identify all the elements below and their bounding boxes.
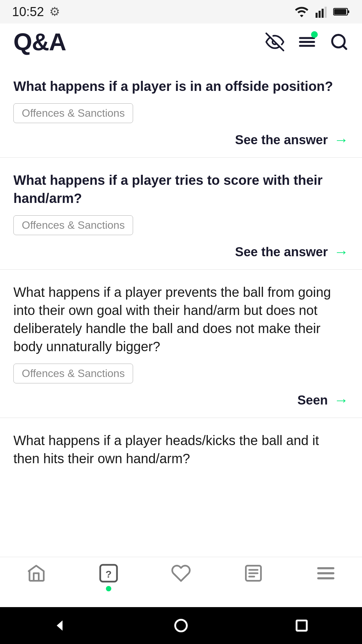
svg-rect-5: [348, 10, 349, 13]
sys-home-icon: [172, 617, 190, 634]
nav-home[interactable]: [19, 563, 53, 583]
qa-action-label-2: See the answer: [235, 245, 328, 259]
nav-qa-active-dot: [106, 586, 111, 591]
sys-recents-button[interactable]: [293, 617, 310, 634]
hide-button[interactable]: [265, 33, 284, 51]
qa-tag-3[interactable]: Offences & Sanctions: [13, 364, 133, 383]
app-header: Q&A: [0, 23, 362, 60]
search-button[interactable]: [330, 33, 349, 51]
nav-favorites[interactable]: [164, 563, 198, 583]
qa-arrow-1: →: [334, 132, 349, 147]
notes-icon: [243, 563, 263, 583]
search-icon: [330, 33, 349, 51]
battery-icon: [333, 7, 350, 17]
qa-item-4: What happens if a player heads/kicks the…: [0, 418, 362, 486]
qa-arrow-3: →: [334, 393, 349, 408]
qa-question-3: What happens if a player prevents the ba…: [13, 283, 349, 356]
qa-action-3[interactable]: Seen →: [13, 393, 349, 408]
svg-rect-1: [319, 11, 321, 18]
sys-back-button[interactable]: [52, 617, 69, 634]
qa-item-1: What happens if a player is in an offsid…: [0, 64, 362, 158]
heart-icon: [171, 563, 191, 583]
svg-text:?: ?: [106, 569, 112, 580]
svg-line-12: [343, 46, 346, 49]
gear-icon: ⚙: [49, 5, 60, 19]
qa-action-1[interactable]: See the answer →: [13, 132, 349, 147]
signal-icon: [315, 6, 327, 18]
svg-rect-0: [316, 13, 318, 18]
sys-home-button[interactable]: [172, 617, 190, 634]
svg-rect-3: [325, 7, 327, 18]
status-icons: [294, 6, 350, 18]
app-title: Q&A: [13, 28, 66, 56]
qa-action-label-1: See the answer: [235, 133, 328, 147]
wifi-icon: [294, 6, 309, 18]
qa-icon: ?: [99, 563, 119, 583]
system-nav: [0, 607, 362, 644]
filter-button[interactable]: [298, 33, 316, 51]
back-icon: [52, 617, 69, 634]
nav-notes[interactable]: [237, 563, 270, 583]
qa-item-3: What happens if a player prevents the ba…: [0, 270, 362, 418]
qa-action-2[interactable]: See the answer →: [13, 245, 349, 259]
svg-point-23: [175, 620, 187, 632]
svg-rect-24: [297, 621, 307, 631]
hide-icon: [265, 33, 284, 51]
svg-marker-22: [57, 621, 62, 631]
qa-tag-2[interactable]: Offences & Sanctions: [13, 215, 133, 235]
qa-action-label-3: Seen: [297, 393, 328, 408]
status-bar: 10:52 ⚙: [0, 0, 362, 23]
qa-question-4: What happens if a player heads/kicks the…: [13, 431, 349, 468]
qa-arrow-2: →: [334, 245, 349, 259]
svg-rect-6: [334, 9, 346, 14]
home-icon: [26, 563, 46, 583]
header-actions: [265, 33, 349, 51]
recents-icon: [293, 617, 310, 634]
qa-question-1: What happens if a player is in an offsid…: [13, 77, 349, 95]
nav-qa[interactable]: ?: [92, 563, 125, 591]
nav-menu[interactable]: [309, 563, 343, 583]
filter-notification-dot: [311, 31, 318, 38]
qa-item-2: What happens if a player tries to score …: [0, 158, 362, 270]
svg-rect-2: [322, 9, 324, 18]
status-time: 10:52: [12, 5, 44, 19]
qa-question-2: What happens if a player tries to score …: [13, 171, 349, 207]
qa-list: What happens if a player is in an offsid…: [0, 60, 362, 557]
bottom-nav: ?: [0, 557, 362, 607]
qa-tag-1[interactable]: Offences & Sanctions: [13, 103, 133, 123]
menu-icon: [316, 563, 336, 583]
